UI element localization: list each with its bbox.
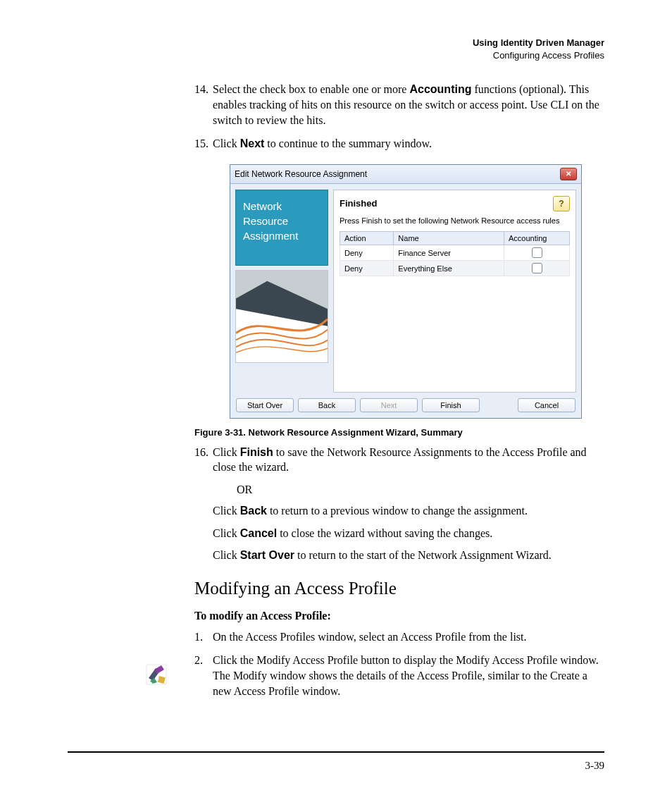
decorative-image — [235, 270, 328, 363]
section-heading: Modifying an Access Profile — [194, 579, 604, 598]
figure-caption: Figure 3-31. Network Resource Assignment… — [194, 427, 604, 438]
dialog-description: Press Finish to set the following Networ… — [340, 216, 570, 226]
col-name: Name — [394, 232, 504, 245]
step15-number: 15. — [194, 136, 213, 152]
dialog-title: Edit Network Resource Assignment — [235, 169, 367, 179]
step16-back-line: Click Back to return to a previous windo… — [213, 503, 604, 519]
checkbox-icon[interactable] — [532, 247, 542, 258]
col-action: Action — [340, 232, 394, 245]
header-title: Using Identity Driven Manager — [68, 37, 604, 49]
step16-text: Click Finish to save the Network Resourc… — [213, 445, 604, 475]
wizard-panel-title: Network Resource Assignment — [235, 190, 328, 266]
col-accounting: Accounting — [504, 232, 570, 245]
rules-table: Action Name Accounting Deny Finance Serv… — [340, 231, 570, 276]
finish-button[interactable]: Finish — [422, 398, 480, 412]
mod2-text: Click the Modify Access Profile button t… — [213, 653, 604, 698]
help-icon[interactable]: ? — [553, 196, 570, 211]
step14-text: Select the check box to enable one or mo… — [213, 82, 604, 128]
modify-profile-icon — [144, 663, 168, 686]
table-row: Deny Finance Server — [340, 245, 570, 261]
checkbox-icon[interactable] — [532, 263, 542, 273]
mod1-text: On the Access Profiles window, select an… — [213, 629, 604, 645]
step16-number: 16. — [194, 445, 213, 475]
header-subtitle: Configuring Access Profiles — [68, 49, 604, 62]
page-number: 3-39 — [585, 760, 605, 771]
cancel-button[interactable]: Cancel — [518, 398, 575, 412]
start-over-button[interactable]: Start Over — [236, 398, 294, 412]
table-row: Deny Everything Else — [340, 261, 570, 276]
figure-dialog: Edit Network Resource Assignment ✕ Netwo… — [230, 164, 604, 419]
step16-startover-line: Click Start Over to return to the start … — [213, 548, 604, 563]
close-icon[interactable]: ✕ — [560, 168, 577, 180]
step14-number: 14. — [194, 82, 213, 128]
mod1-number: 1. — [194, 629, 213, 645]
step15-text: Click Next to continue to the summary wi… — [213, 136, 604, 152]
modify-intro: To modify an Access Profile: — [194, 610, 604, 622]
next-button: Next — [360, 398, 418, 412]
step16-cancel-line: Click Cancel to close the wizard without… — [213, 526, 604, 541]
back-button[interactable]: Back — [298, 398, 356, 412]
mod2-number: 2. — [194, 653, 213, 698]
or-text: OR — [237, 483, 604, 496]
finished-heading: Finished — [340, 198, 377, 209]
